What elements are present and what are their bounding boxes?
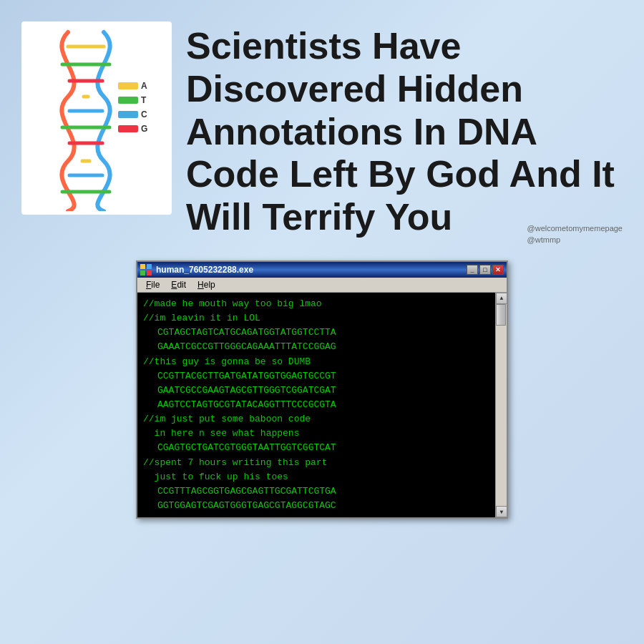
svg-text:A: A	[141, 81, 147, 91]
svg-rect-20	[140, 270, 145, 275]
dna-helix-svg: A T C G	[25, 25, 168, 211]
win-titlebar: human_7605232288.exe _ □ ✕	[137, 262, 507, 278]
code-line-4: GAAATCGCCGTTGGGCAGAAATTTATCCGGAG	[143, 340, 489, 354]
svg-rect-18	[140, 264, 145, 269]
code-line-14: CCGTTTAGCGGTGAGCGAGTTGCGATTCGTGA	[143, 484, 489, 499]
close-button[interactable]: ✕	[492, 265, 504, 275]
dna-image: A T C G	[21, 21, 172, 215]
win-controls: _ □ ✕	[467, 265, 504, 275]
code-line-9: //im just put some baboon code	[143, 412, 489, 426]
code-line-2: //im leavin it in LOL	[143, 311, 489, 326]
svg-text:G: G	[141, 124, 147, 134]
menu-edit[interactable]: Edit	[165, 279, 192, 291]
code-line-5: //this guy is gonna be so DUMB	[143, 355, 489, 369]
win-menubar: File Edit Help	[137, 278, 507, 293]
svg-text:T: T	[141, 95, 147, 105]
win-content-wrapper: //made he mouth way too big lmao //im le…	[137, 293, 507, 517]
maximize-button[interactable]: □	[479, 265, 491, 275]
minimize-button[interactable]: _	[467, 265, 478, 275]
code-line-12: //spent 7 hours writing this part	[143, 456, 489, 470]
scroll-down-button[interactable]: ▼	[496, 506, 507, 517]
win-content: //made he mouth way too big lmao //im le…	[137, 293, 495, 517]
svg-rect-19	[147, 264, 152, 269]
win-scrollbar[interactable]: ▲ ▼	[495, 293, 507, 517]
top-section: A T C G Scientists Have Discovered Hidde…	[0, 0, 644, 253]
code-line-1: //made he mouth way too big lmao	[143, 297, 489, 311]
code-line-10: in here n see what happens	[143, 426, 489, 441]
code-line-15: GGTGGAGTCGAGTGGGTGAGCGTAGGCGTAGC	[143, 499, 489, 513]
headline-text: Scientists Have Discovered Hidden Annota…	[186, 25, 623, 239]
scroll-up-button[interactable]: ▲	[496, 293, 507, 304]
code-line-7: GAATCGCCGAAGTAGCGTTGGGTCGGATCGAT	[143, 384, 489, 398]
svg-rect-16	[118, 125, 138, 132]
svg-text:C: C	[141, 109, 147, 119]
watermark-line1: @welcometomymemepage	[527, 223, 623, 235]
scroll-thumb[interactable]	[496, 304, 506, 326]
win-app-icon	[140, 264, 152, 275]
watermark-line2: @wtmmp	[527, 234, 623, 246]
headline-container: Scientists Have Discovered Hidden Annota…	[186, 21, 623, 239]
code-line-13: just to fuck up his toes	[143, 470, 489, 484]
svg-rect-21	[147, 270, 152, 275]
window-section: human_7605232288.exe _ □ ✕ File Edit Hel…	[0, 260, 644, 519]
win-window: human_7605232288.exe _ □ ✕ File Edit Hel…	[136, 260, 508, 519]
code-line-8: AAGTCCTAGTGCGTATACAGGTTTCCCGCGTA	[143, 398, 489, 412]
code-line-6: CCGTTACGCTTGATGATATGGTGGAGTGCCGT	[143, 369, 489, 384]
menu-file[interactable]: File	[140, 279, 165, 291]
svg-rect-12	[118, 97, 138, 104]
svg-rect-10	[118, 82, 138, 89]
scroll-track	[496, 304, 507, 506]
menu-help[interactable]: Help	[192, 279, 221, 291]
code-line-11: CGAGTGCTGATCGTGGGTAATTGGTCGGTCAT	[143, 441, 489, 455]
watermark: @welcometomymemepage @wtmmp	[527, 223, 623, 246]
code-line-3: CGTAGCTAGTCATGCAGATGGTATGGTCCTTA	[143, 326, 489, 340]
svg-rect-14	[118, 111, 138, 118]
win-title: human_7605232288.exe	[156, 265, 462, 275]
